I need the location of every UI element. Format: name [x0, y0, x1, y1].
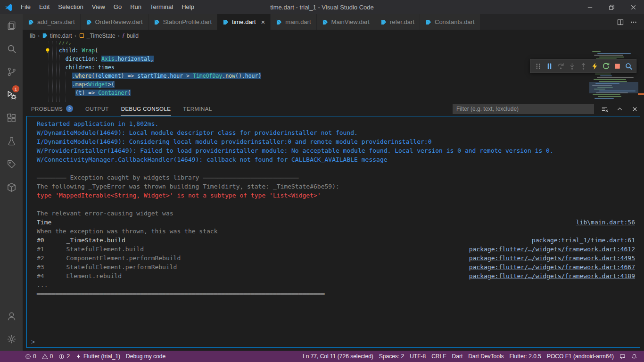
source-link[interactable]: package:flutter/…/widgets/framework.dart…: [469, 254, 635, 263]
warning-icon: [42, 354, 48, 360]
split-editor-icon[interactable]: [617, 18, 624, 26]
menu-go[interactable]: Go: [109, 0, 126, 14]
menu-run[interactable]: Run: [126, 0, 146, 14]
code-line[interactable]: .map<Widget>(: [59, 80, 644, 89]
console-filter-input[interactable]: [453, 104, 594, 114]
menu-file[interactable]: File: [17, 0, 35, 14]
tags-icon[interactable]: [0, 153, 23, 176]
status-cursor-position[interactable]: Ln 77, Col 11 (726 selected): [300, 351, 376, 362]
explorer-icon[interactable]: [0, 14, 23, 37]
stop-button[interactable]: [611, 60, 623, 72]
open-devtools-button[interactable]: [623, 60, 634, 72]
tab-main.dart[interactable]: main.dart: [271, 14, 316, 30]
code-editor[interactable]: //),child: Wrap( direction: Axis.horizon…: [23, 41, 644, 102]
panel-header: PROBLEMS2OUTPUTDEBUG CONSOLETERMINAL: [23, 102, 644, 116]
breadcrumb-lib[interactable]: lib: [30, 33, 35, 39]
restore-button[interactable]: [601, 0, 622, 14]
minimize-button[interactable]: [579, 0, 601, 14]
debug-console[interactable]: Restarted application in 1,802ms.W/Dynam…: [26, 116, 640, 348]
status-feedback[interactable]: [617, 351, 628, 362]
activity-top: 1: [0, 14, 23, 199]
indent-guide: [59, 55, 60, 102]
status-notifications[interactable]: [628, 351, 640, 362]
status-flutter-session[interactable]: Flutter (trial_1): [73, 351, 123, 362]
tab-time.dart[interactable]: time.dart×: [217, 14, 271, 30]
panel-tab-problems[interactable]: PROBLEMS2: [31, 102, 74, 116]
step-out-button[interactable]: [578, 60, 589, 72]
hot-reload-button[interactable]: [589, 60, 600, 72]
lightbulb-icon[interactable]: [44, 47, 51, 54]
tab-StationProfile.dart[interactable]: StationProfile.dart: [149, 14, 217, 30]
console-line: #1 StatefulElement.buildpackage:flutter/…: [37, 245, 635, 254]
menu-terminal[interactable]: Terminal: [146, 0, 177, 14]
status-device-selector[interactable]: POCO F1 (android-arm64): [544, 351, 617, 362]
close-window-button[interactable]: [622, 0, 644, 14]
tab-refer.dart[interactable]: refer.dart: [375, 14, 420, 30]
status-warnings-count[interactable]: 0: [39, 351, 56, 362]
menu-edit[interactable]: Edit: [35, 0, 54, 14]
minimap[interactable]: [590, 51, 637, 101]
breadcrumb-_timestate[interactable]: _TimeState: [79, 33, 116, 39]
source-link[interactable]: package:flutter/…/widgets/framework.dart…: [469, 263, 635, 272]
breadcrumb-build[interactable]: ƒbuild: [122, 32, 139, 39]
symbol-method-icon: ƒ: [122, 32, 125, 39]
tab-Constants.dart[interactable]: Constants.dart: [420, 14, 480, 30]
status-dart-devtools[interactable]: Dart DevTools: [465, 351, 506, 362]
panel-tab-debug-console[interactable]: DEBUG CONSOLE: [121, 102, 172, 116]
step-into-button[interactable]: [566, 60, 578, 72]
source-control-icon[interactable]: [0, 60, 23, 83]
source-link[interactable]: lib\main.dart:56: [576, 218, 635, 227]
menu-selection[interactable]: Selection: [54, 0, 87, 14]
restart-button[interactable]: [600, 60, 611, 72]
status-eol[interactable]: CRLF: [429, 351, 449, 362]
tab-label: time.dart: [232, 18, 256, 25]
minimap-selection: [589, 82, 638, 93]
code-line[interactable]: child: Wrap(: [59, 46, 644, 55]
search-icon[interactable]: [0, 37, 23, 60]
source-link[interactable]: package:flutter/…/widgets/framework.dart…: [469, 245, 635, 254]
menu-help[interactable]: Help: [177, 0, 198, 14]
source-link[interactable]: package:flutter/…/widgets/framework.dart…: [469, 272, 635, 280]
pause-button[interactable]: [544, 60, 555, 72]
code-line[interactable]: (t) => Container(: [59, 89, 644, 97]
console-line: ...: [37, 280, 635, 289]
source-link[interactable]: package:trial_1/time.dart:61: [532, 236, 635, 245]
status-flutter-version[interactable]: Flutter: 2.0.5: [507, 351, 544, 362]
grabber-handle[interactable]: [532, 60, 544, 72]
status-infos-count[interactable]: 2: [56, 351, 73, 362]
maximize-panel-icon[interactable]: [615, 104, 624, 114]
tab-label: main.dart: [285, 18, 311, 25]
console-line: Timelib\main.dart:56: [37, 218, 635, 227]
panel-tab-output[interactable]: OUTPUT: [85, 102, 109, 116]
account-icon[interactable]: [0, 304, 23, 328]
clear-console-icon[interactable]: [600, 104, 609, 114]
run-and-debug-icon[interactable]: 1: [0, 83, 23, 107]
more-actions-icon[interactable]: [630, 18, 637, 26]
breadcrumb-time.dart[interactable]: time.dart: [42, 33, 72, 39]
panel-tab-label: OUTPUT: [85, 106, 109, 112]
status-encoding[interactable]: UTF-8: [407, 351, 429, 362]
panel-tab-terminal[interactable]: TERMINAL: [182, 102, 212, 116]
code-line[interactable]: //),: [59, 41, 644, 46]
tab-MainView.dart[interactable]: MainView.dart: [317, 14, 375, 30]
console-line: #4 Element.rebuildpackage:flutter/…/widg…: [37, 272, 635, 280]
step-over-button[interactable]: [555, 60, 566, 72]
close-panel-icon[interactable]: [630, 104, 639, 114]
console-line: ════════ Exception caught by widgets lib…: [37, 173, 635, 182]
info-icon: [58, 354, 65, 360]
extensions-icon[interactable]: [0, 107, 23, 130]
menu-view[interactable]: View: [88, 0, 109, 14]
status-language-mode[interactable]: Dart: [449, 351, 466, 362]
testing-icon[interactable]: [0, 130, 23, 153]
close-tab-icon[interactable]: ×: [261, 18, 265, 25]
status-indentation[interactable]: Spaces: 2: [376, 351, 407, 362]
status-errors-count[interactable]: 0: [22, 351, 39, 362]
dart-icon: [322, 19, 329, 25]
settings-icon[interactable]: [0, 328, 23, 351]
status-debug-my-code[interactable]: Debug my code: [123, 351, 168, 362]
tab-OrderReview.dart[interactable]: OrderReview.dart: [81, 14, 149, 30]
feedback-icon: [619, 354, 626, 360]
package-icon[interactable]: [0, 176, 23, 199]
chevron-right-icon: ›: [74, 33, 76, 39]
tab-add_cars.dart[interactable]: add_cars.dart: [23, 14, 81, 30]
